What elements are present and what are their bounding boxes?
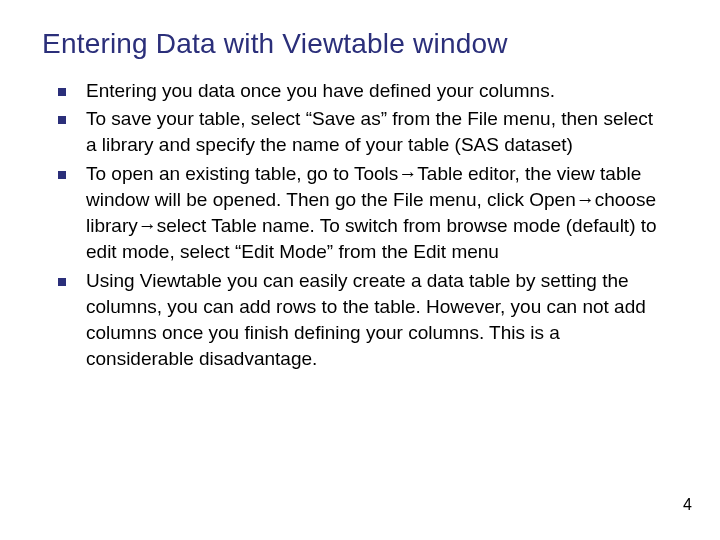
slide: Entering Data with Viewtable window Ente… (0, 0, 720, 540)
bullet-text: Entering you data once you have defined … (86, 80, 555, 101)
bullet-text: To save your table, select “Save as” fro… (86, 108, 653, 155)
list-item: Entering you data once you have defined … (58, 78, 668, 104)
bullet-square-icon (58, 278, 66, 286)
list-item: To open an existing table, go to Tools→T… (58, 161, 668, 266)
list-item: To save your table, select “Save as” fro… (58, 106, 668, 158)
bullet-square-icon (58, 171, 66, 179)
bullet-list: Entering you data once you have defined … (40, 78, 680, 372)
list-item: Using Viewtable you can easily create a … (58, 268, 668, 373)
bullet-text: Using Viewtable you can easily create a … (86, 270, 646, 370)
bullet-text: To open an existing table, go to Tools→T… (86, 163, 657, 263)
slide-title: Entering Data with Viewtable window (42, 28, 680, 60)
bullet-square-icon (58, 116, 66, 124)
bullet-square-icon (58, 88, 66, 96)
page-number: 4 (683, 496, 692, 514)
